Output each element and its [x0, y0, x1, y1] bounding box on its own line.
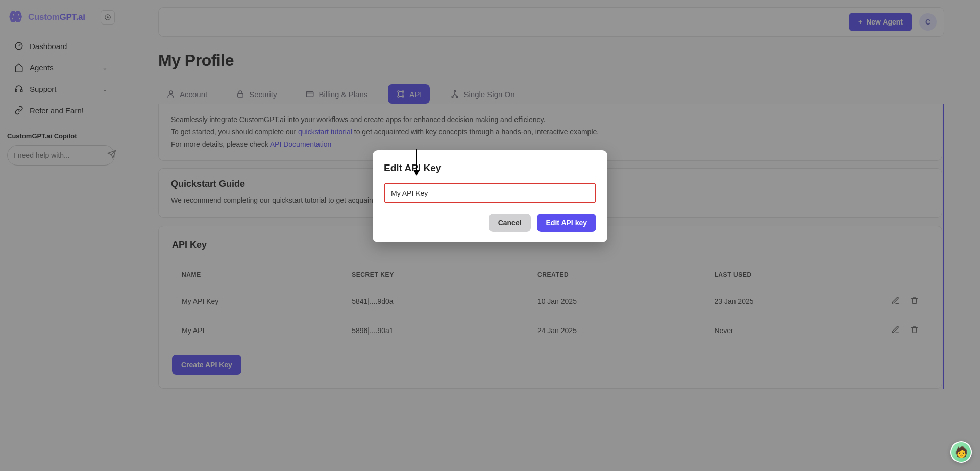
- modal-title: Edit API Key: [384, 162, 596, 174]
- chat-launcher-button[interactable]: 🧑: [950, 441, 972, 463]
- cancel-button[interactable]: Cancel: [489, 214, 531, 232]
- edit-api-key-confirm-button[interactable]: Edit API key: [537, 214, 596, 232]
- avatar-face-icon: 🧑: [955, 446, 968, 458]
- api-key-name-input[interactable]: [384, 183, 596, 203]
- edit-api-key-modal: Edit API Key Cancel Edit API key: [373, 150, 607, 242]
